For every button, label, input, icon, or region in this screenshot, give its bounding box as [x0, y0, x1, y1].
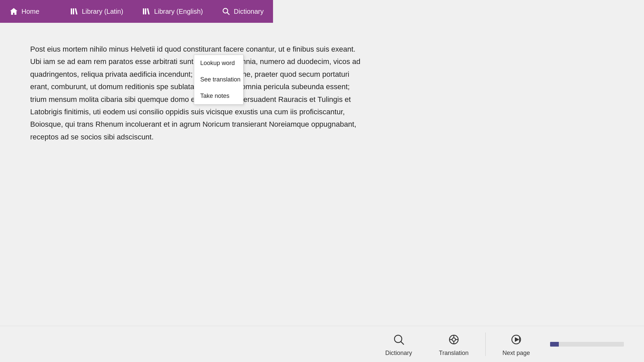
bottom-actions: Dictionary Translation — [372, 331, 644, 357]
context-menu-lookup[interactable]: Lookup word — [194, 55, 243, 71]
bottom-dictionary-btn[interactable]: Dictionary — [372, 331, 426, 357]
top-navigation: Home Library (Latin) Library (English) — [0, 0, 644, 23]
library-english-icon — [142, 7, 151, 16]
context-menu: Lookup word See translation Take notes — [194, 55, 244, 105]
bottom-translation-label: Translation — [439, 350, 469, 357]
search-nav-icon — [222, 7, 230, 16]
nav-library-english-label: Library (English) — [154, 8, 203, 15]
nav-home-label: Home — [21, 8, 39, 15]
nav-home[interactable]: Home — [0, 0, 60, 23]
nav-dictionary-label: Dictionary — [234, 8, 264, 15]
bottom-next-page-btn[interactable]: Next page — [489, 331, 543, 357]
svg-rect-2 — [143, 8, 144, 14]
bottom-dictionary-label: Dictionary — [385, 350, 412, 357]
home-icon — [9, 7, 18, 16]
context-menu-see-translation[interactable]: See translation — [194, 71, 243, 88]
bottom-bar: Dictionary Translation — [0, 326, 644, 362]
svg-line-7 — [401, 342, 404, 345]
dictionary-btn-icon — [391, 331, 407, 348]
bottom-next-page-label: Next page — [502, 350, 530, 357]
svg-rect-0 — [71, 8, 72, 14]
nav-dictionary[interactable]: Dictionary — [212, 0, 273, 23]
svg-rect-1 — [73, 8, 74, 14]
svg-point-6 — [394, 335, 402, 343]
svg-marker-15 — [515, 337, 519, 342]
svg-rect-3 — [145, 8, 146, 14]
bottom-translation-btn[interactable]: Translation — [426, 331, 482, 357]
main-content: Post eius mortem nihilo minus Helvetii i… — [0, 23, 644, 143]
bottom-divider — [485, 333, 486, 356]
svg-point-9 — [452, 338, 455, 341]
progress-track — [550, 342, 624, 347]
nav-library-latin-label: Library (Latin) — [82, 8, 123, 15]
next-page-btn-icon — [508, 331, 524, 348]
svg-line-5 — [227, 13, 230, 15]
progress-bar-area — [550, 342, 624, 347]
nav-library-english[interactable]: Library (English) — [132, 0, 212, 23]
progress-fill — [550, 342, 559, 347]
nav-library-latin[interactable]: Library (Latin) — [60, 0, 132, 23]
library-latin-icon — [70, 7, 78, 16]
context-menu-take-notes[interactable]: Take notes — [194, 88, 243, 104]
svg-point-4 — [223, 8, 228, 13]
translation-btn-icon — [446, 331, 462, 348]
